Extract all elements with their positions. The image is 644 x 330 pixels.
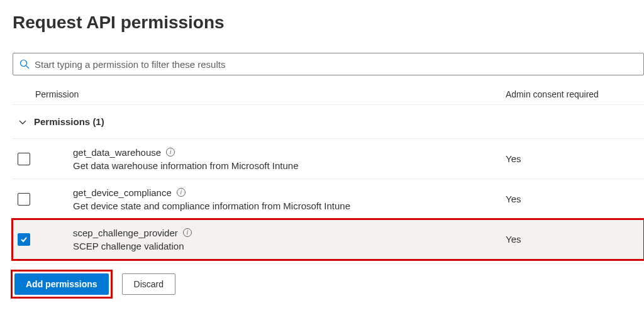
consent-value: Yes xyxy=(506,234,644,245)
permission-description: Get device state and compliance informat… xyxy=(73,201,506,211)
search-box[interactable] xyxy=(13,53,644,75)
table-header: Permission Admin consent required xyxy=(13,89,644,104)
col-header-permission: Permission xyxy=(35,89,506,99)
permission-checkbox[interactable] xyxy=(18,153,30,165)
discard-button[interactable]: Discard xyxy=(122,273,175,295)
permission-row: scep_challenge_provider i SCEP challenge… xyxy=(13,219,644,260)
consent-value: Yes xyxy=(506,194,644,204)
permission-description: Get data warehouse information from Micr… xyxy=(73,160,506,171)
chevron-down-icon xyxy=(18,117,28,127)
info-icon[interactable]: i xyxy=(166,148,175,157)
search-icon xyxy=(19,59,30,69)
add-permissions-highlight: Add permissions xyxy=(13,272,111,297)
permission-description: SCEP challenge validation xyxy=(73,241,506,251)
permission-name: scep_challenge_provider xyxy=(73,228,178,238)
footer-actions: Add permissions Discard xyxy=(13,263,644,297)
permission-checkbox[interactable] xyxy=(18,193,30,206)
search-input[interactable] xyxy=(35,59,637,70)
svg-line-1 xyxy=(26,66,30,69)
col-header-consent: Admin consent required xyxy=(506,89,644,99)
info-icon[interactable]: i xyxy=(183,228,192,237)
permission-checkbox[interactable] xyxy=(18,233,30,246)
permission-name: get_data_warehouse xyxy=(73,147,161,158)
page-title: Request API permissions xyxy=(13,13,644,33)
add-permissions-button[interactable]: Add permissions xyxy=(14,273,109,295)
permission-row: get_device_compliance i Get device state… xyxy=(13,179,644,219)
permissions-group-toggle[interactable]: Permissions (1) xyxy=(13,104,644,139)
consent-value: Yes xyxy=(506,153,644,164)
permission-row: get_data_warehouse i Get data warehouse … xyxy=(13,139,644,179)
info-icon[interactable]: i xyxy=(177,188,186,197)
permission-name: get_device_compliance xyxy=(73,187,172,198)
group-label: Permissions (1) xyxy=(34,116,104,127)
svg-point-0 xyxy=(21,60,27,67)
